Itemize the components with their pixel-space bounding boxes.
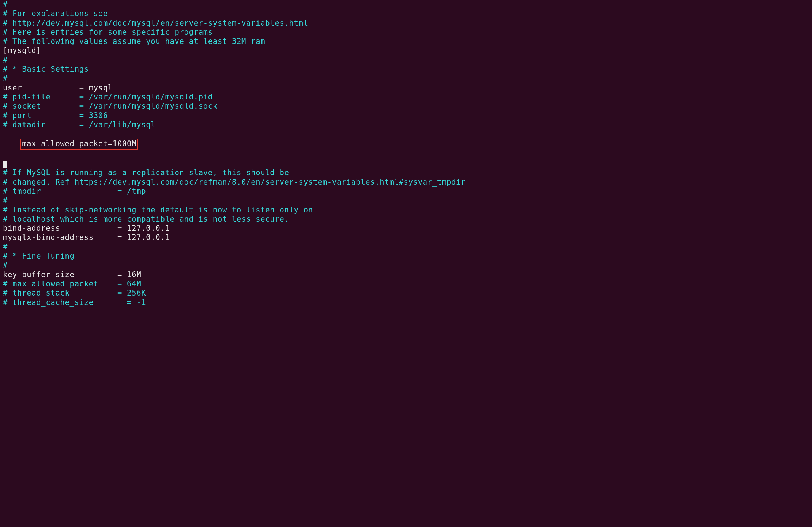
- config-line-user: user = mysql: [3, 83, 809, 93]
- config-comment-line: # http://dev.mysql.com/doc/mysql/en/serv…: [3, 19, 809, 28]
- config-comment-basic-settings: # * Basic Settings: [3, 65, 809, 74]
- config-comment-line: # Here is entries for some specific prog…: [3, 28, 809, 37]
- config-comment-line: #: [3, 196, 809, 205]
- config-comment-fine-tuning: # * Fine Tuning: [3, 252, 809, 261]
- config-comment-line: #: [3, 242, 809, 252]
- config-comment-line: # Instead of skip-networking the default…: [3, 206, 809, 215]
- config-line-port: # port = 3306: [3, 111, 809, 120]
- config-comment-line: #: [3, 0, 809, 9]
- config-line-datadir: # datadir = /var/lib/mysql: [3, 120, 809, 129]
- config-comment-line: #: [3, 56, 809, 65]
- highlighted-line-max-allowed-packet: max_allowed_packet=1000M: [3, 129, 809, 159]
- config-line-mysqlx-bind-address: mysqlx-bind-address = 127.0.0.1: [3, 233, 809, 242]
- config-comment-line: # If MySQL is running as a replication s…: [3, 168, 809, 177]
- config-line-thread-stack: # thread_stack = 256K: [3, 289, 809, 298]
- config-line-thread-cache-size: # thread_cache_size = -1: [3, 298, 809, 307]
- config-comment-line: # changed. Ref https://dev.mysql.com/doc…: [3, 178, 809, 187]
- config-line-socket: # socket = /var/run/mysqld/mysqld.sock: [3, 102, 809, 111]
- config-comment-line: #: [3, 261, 809, 270]
- config-line-bind-address: bind-address = 127.0.0.1: [3, 224, 809, 233]
- config-comment-line: # For explanations see: [3, 9, 809, 18]
- config-comment-line: # localhost which is more compatible and…: [3, 215, 809, 224]
- cursor-line[interactable]: [3, 159, 809, 168]
- config-line-key-buffer-size: key_buffer_size = 16M: [3, 270, 809, 279]
- config-line-pidfile: # pid-file = /var/run/mysqld/mysqld.pid: [3, 93, 809, 102]
- config-comment-line: # The following values assume you have a…: [3, 37, 809, 46]
- config-comment-line: #: [3, 74, 809, 83]
- config-line-max-allowed-packet: # max_allowed_packet = 64M: [3, 279, 809, 289]
- config-line-tmpdir: # tmpdir = /tmp: [3, 187, 809, 196]
- section-header-mysqld: [mysqld]: [3, 46, 809, 55]
- text-cursor: [3, 161, 7, 168]
- highlight-box: max_allowed_packet=1000M: [20, 139, 138, 150]
- text-editor-viewport[interactable]: # # For explanations see # http://dev.my…: [0, 0, 809, 307]
